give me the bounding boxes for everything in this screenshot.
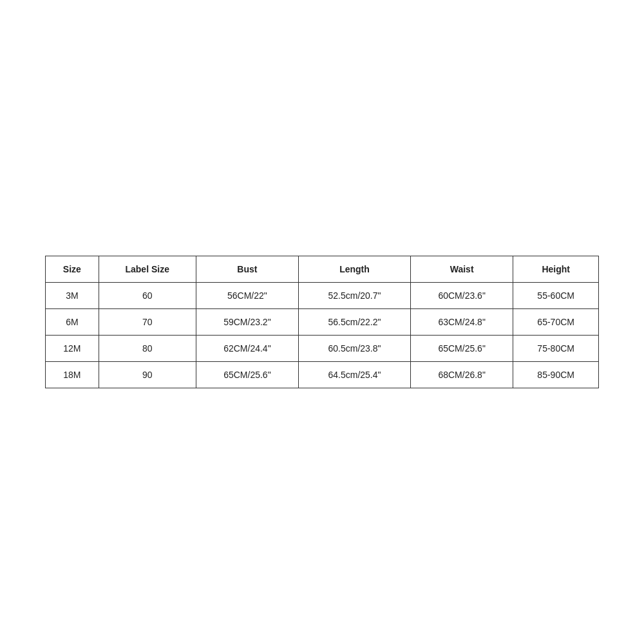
- cell-3-bust: 65CM/25.6": [196, 362, 298, 388]
- cell-2-size: 12M: [46, 336, 99, 362]
- header-size: Size: [46, 256, 99, 283]
- cell-1-length: 56.5cm/22.2": [299, 309, 411, 336]
- cell-2-bust: 62CM/24.4": [196, 336, 298, 362]
- cell-2-height: 75-80CM: [513, 336, 599, 362]
- cell-3-waist: 68CM/26.8": [410, 362, 513, 388]
- cell-2-length: 60.5cm/23.8": [299, 336, 411, 362]
- cell-3-length: 64.5cm/25.4": [299, 362, 411, 388]
- table-header-row: Size Label Size Bust Length Waist Height: [46, 256, 599, 283]
- header-length: Length: [299, 256, 411, 283]
- cell-3-size: 18M: [46, 362, 99, 388]
- cell-1-waist: 63CM/24.8": [410, 309, 513, 336]
- cell-3-label_size: 90: [99, 362, 196, 388]
- cell-2-label_size: 80: [99, 336, 196, 362]
- header-label-size: Label Size: [99, 256, 196, 283]
- cell-0-bust: 56CM/22": [196, 283, 298, 309]
- cell-1-size: 6M: [46, 309, 99, 336]
- cell-1-height: 65-70CM: [513, 309, 599, 336]
- header-waist: Waist: [410, 256, 513, 283]
- cell-1-label_size: 70: [99, 309, 196, 336]
- header-bust: Bust: [196, 256, 298, 283]
- header-height: Height: [513, 256, 599, 283]
- cell-2-waist: 65CM/25.6": [410, 336, 513, 362]
- table-row: 6M7059CM/23.2"56.5cm/22.2"63CM/24.8"65-7…: [46, 309, 599, 336]
- cell-0-height: 55-60CM: [513, 283, 599, 309]
- size-chart-table: Size Label Size Bust Length Waist Height…: [45, 256, 599, 388]
- table-row: 18M9065CM/25.6"64.5cm/25.4"68CM/26.8"85-…: [46, 362, 599, 388]
- cell-0-size: 3M: [46, 283, 99, 309]
- size-chart-container: Size Label Size Bust Length Waist Height…: [45, 256, 599, 388]
- cell-0-length: 52.5cm/20.7": [299, 283, 411, 309]
- cell-0-waist: 60CM/23.6": [410, 283, 513, 309]
- cell-1-bust: 59CM/23.2": [196, 309, 298, 336]
- cell-3-height: 85-90CM: [513, 362, 599, 388]
- table-row: 3M6056CM/22"52.5cm/20.7"60CM/23.6"55-60C…: [46, 283, 599, 309]
- table-row: 12M8062CM/24.4"60.5cm/23.8"65CM/25.6"75-…: [46, 336, 599, 362]
- cell-0-label_size: 60: [99, 283, 196, 309]
